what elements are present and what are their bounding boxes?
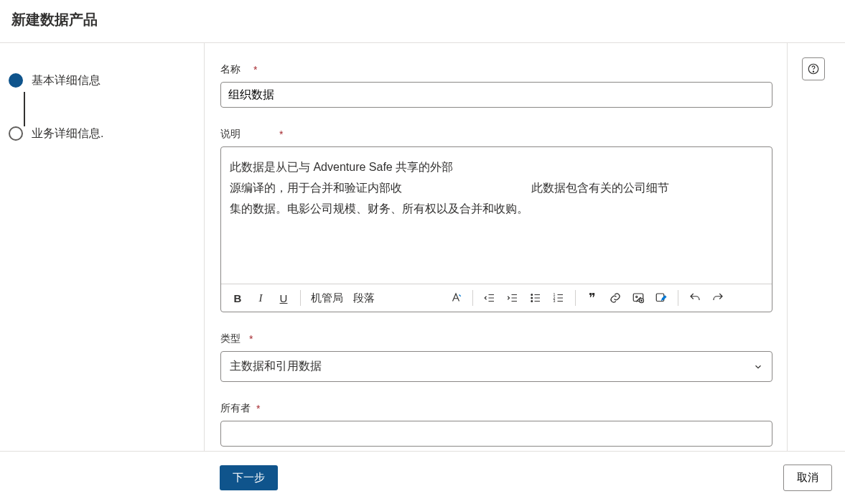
step-list: 基本详细信息 业务详细信息. [0,43,204,451]
next-button[interactable]: 下一步 [220,465,278,490]
edit-button[interactable] [650,287,672,309]
rich-text-editor: 此数据是从已与 Adventure Safe 共享的外部 源编译的，用于合并和验… [220,146,772,312]
toolbar-separator [300,290,301,306]
required-mark: * [253,64,257,75]
font-color-button[interactable] [445,287,467,309]
toolbar-separator [472,290,473,306]
type-value: 主数据和引用数据 [230,359,322,374]
type-label: 类型 [220,332,241,345]
editor-toolbar: B I U 机管局 段落 [221,284,772,312]
svg-point-1 [531,297,533,299]
help-icon [807,62,820,75]
field-description: 说明 * 此数据是从已与 Adventure Safe 共享的外部 源编译的，用… [220,128,772,312]
numbered-list-button[interactable]: 123 [548,287,569,309]
help-button[interactable] [802,57,825,80]
name-input[interactable] [220,82,772,108]
toolbar-separator [575,290,576,306]
outdent-button[interactable] [479,287,500,309]
desc-line: 源编译的，用于合并和验证内部收 [230,178,402,199]
svg-point-7 [636,296,638,297]
step-basic[interactable]: 基本详细信息 [9,70,192,90]
svg-point-0 [531,294,533,296]
paragraph-dropdown[interactable]: 段落 [349,291,379,305]
italic-button[interactable]: I [250,287,271,309]
footer: 下一步 取消 [0,451,845,504]
step-label: 基本详细信息 [32,73,101,88]
desc-line: 此数据是从已与 Adventure Safe 共享的外部 [230,157,763,178]
description-label: 说明 [220,128,241,141]
heading-dropdown[interactable]: 机管局 [307,291,347,305]
image-button[interactable] [627,287,649,309]
step-connector [24,92,25,126]
cancel-button[interactable]: 取消 [783,465,832,491]
toolbar-separator [678,290,678,306]
field-owner: 所有者 * [220,402,772,447]
quote-button[interactable]: ❞ [582,287,603,309]
required-mark: * [249,333,253,345]
field-type: 类型 * 主数据和引用数据 [220,332,772,382]
undo-button[interactable] [684,287,706,309]
step-gap [9,90,192,123]
svg-point-11 [813,71,813,72]
svg-text:3: 3 [554,299,556,303]
link-button[interactable] [604,287,626,309]
type-select[interactable]: 主数据和引用数据 [220,351,772,382]
redo-button[interactable] [707,287,729,309]
bold-button[interactable]: B [227,287,248,309]
step-inactive-dot-icon [9,126,23,141]
field-name: 名称 * [220,63,772,108]
underline-button[interactable]: U [273,287,294,309]
step-label: 业务详细信息. [32,126,103,141]
desc-line: 此数据包含有关的公司细节 [531,178,669,199]
body: 基本详细信息 业务详细信息. 名称 * 说明 * 此数据是从已与 Adventu… [0,43,845,451]
owner-label: 所有者 [220,402,251,415]
page-title: 新建数据产品 [0,0,845,42]
form: 名称 * 说明 * 此数据是从已与 Adventure Safe 共享的外部 源… [204,43,788,451]
desc-line: 集的数据。电影公司规模、财务、所有权以及合并和收购。 [230,199,763,220]
owner-input[interactable] [220,421,772,447]
chevron-down-icon [753,362,763,372]
step-business[interactable]: 业务详细信息. [9,123,192,144]
description-textarea[interactable]: 此数据是从已与 Adventure Safe 共享的外部 源编译的，用于合并和验… [221,147,772,284]
bullet-list-button[interactable] [525,287,546,309]
required-mark: * [279,129,283,140]
help-panel [788,43,845,451]
required-mark: * [256,403,260,414]
svg-point-2 [531,301,533,302]
name-label: 名称 [220,63,241,76]
desc-gap [402,178,531,199]
step-active-dot-icon [9,73,23,88]
indent-button[interactable] [502,287,523,309]
